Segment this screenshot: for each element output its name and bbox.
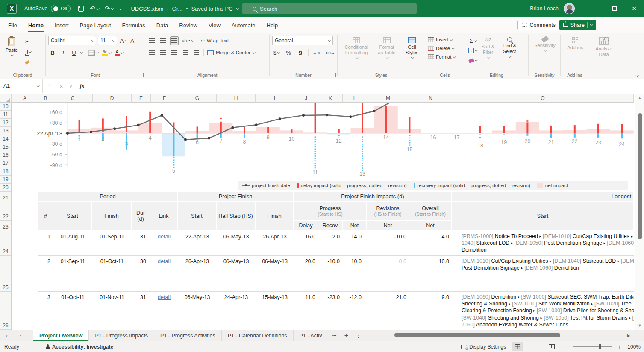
cell-net[interactable]: 10.0 <box>343 256 367 264</box>
column-header-D[interactable]: D <box>93 94 132 103</box>
align-middle-button[interactable] <box>159 36 168 45</box>
search-box[interactable]: Search <box>242 3 417 14</box>
undo-button[interactable]: ↶ <box>90 5 99 12</box>
impact-group-title[interactable]: Revisions(HS to Finish) <box>367 202 409 221</box>
impact-sub-header[interactable]: Delay <box>294 221 318 231</box>
cell-longest-path[interactable]: [DEM-1010] Cut/Cap Existing Utlities ▸ [… <box>452 256 634 272</box>
zoom-slider[interactable] <box>573 346 612 347</box>
comments-button[interactable]: Comments <box>517 20 560 30</box>
column-header-G[interactable]: G <box>178 94 217 103</box>
column-header-cell[interactable]: # <box>38 202 53 231</box>
cell-recov[interactable]: -23.0 <box>318 292 343 300</box>
display-settings-button[interactable]: Display Settings <box>461 344 506 350</box>
scroll-right-icon[interactable]: ▶ <box>627 333 630 338</box>
column-header-A[interactable]: A <box>12 94 38 103</box>
font-size-select[interactable]: 11 <box>98 36 117 45</box>
insert-cells-label[interactable]: Insert <box>436 37 448 42</box>
impact-sub-header[interactable]: Net <box>343 221 367 231</box>
save-button[interactable] <box>78 6 84 12</box>
impact-sub-header[interactable]: Net <box>367 221 409 231</box>
column-header-cell[interactable]: Finish <box>256 202 294 231</box>
menu-tab-page-layout[interactable]: Page Layout <box>74 17 117 33</box>
cell-duration[interactable]: 31 <box>132 231 150 240</box>
paste-button[interactable]: Paste <box>3 35 21 67</box>
cell-period-finish[interactable]: 01-Oct-11 <box>92 256 132 264</box>
row-header-11[interactable]: 11 <box>0 111 11 119</box>
zoom-slider-thumb[interactable] <box>599 344 601 349</box>
font-dialog-launcher[interactable] <box>140 73 144 77</box>
clear-button[interactable] <box>468 56 478 65</box>
row-header-20[interactable]: 20 <box>0 184 11 192</box>
cell-link[interactable]: detail <box>150 292 178 300</box>
cell-period-start[interactable]: 01-Aug-11 <box>53 231 92 240</box>
row-header-17[interactable]: 17 <box>0 159 11 167</box>
prev-sheet-button[interactable]: ‹ <box>0 330 14 341</box>
borders-button[interactable] <box>87 48 99 57</box>
cell-finish[interactable]: 15-May-13 <box>256 292 294 300</box>
scroll-up-icon[interactable]: ▲ <box>638 94 642 102</box>
zoom-level[interactable]: 100% <box>627 344 641 350</box>
cell-revisions-net[interactable]: 0.0 <box>367 256 409 264</box>
cell-net[interactable]: 14.0 <box>343 231 367 240</box>
insert-function-button[interactable]: fx <box>80 82 85 89</box>
clipboard-dialog-launcher[interactable] <box>40 73 44 77</box>
cell-net[interactable]: -12.0 <box>343 292 367 300</box>
cell-delay[interactable]: 16.0 <box>294 231 318 240</box>
menu-tab-help[interactable]: Help <box>261 17 284 33</box>
percent-button[interactable]: % <box>284 48 293 57</box>
row-header-12[interactable]: 12 <box>0 119 11 127</box>
sheet-tab-p1-progress-impacts[interactable]: P1 - Progress Impacts <box>89 330 154 341</box>
merge-center-button[interactable]: ↔Merge & Center <box>206 48 256 57</box>
collapse-ribbon-button[interactable] <box>636 74 639 77</box>
underline-button[interactable]: U <box>70 48 78 57</box>
menu-tab-view[interactable]: View <box>203 17 226 33</box>
column-header-C[interactable]: C <box>53 94 93 103</box>
decrease-decimal-button[interactable]: .00→ <box>324 48 335 57</box>
impact-sub-header[interactable]: Recov <box>318 221 343 231</box>
comma-style-button[interactable]: 9 <box>296 48 305 57</box>
page-break-view-button[interactable] <box>546 342 557 351</box>
column-header-E[interactable]: E <box>132 94 151 103</box>
column-header-cell[interactable]: Start <box>53 202 92 231</box>
page-layout-view-button[interactable] <box>529 342 540 351</box>
bold-button[interactable]: B <box>48 48 57 57</box>
row-header-26[interactable]: 26 <box>0 292 11 330</box>
row-header-23[interactable]: 23 <box>0 221 11 231</box>
accessibility-checker[interactable]: Accessibility: Investigate <box>46 344 113 350</box>
autosave-control[interactable]: AutoSave Off <box>24 5 71 12</box>
column-header-cell[interactable]: Link <box>150 202 178 231</box>
cell-duration[interactable]: 30 <box>132 256 150 264</box>
cell-finish[interactable]: 26-Apr-13 <box>256 231 294 240</box>
font-color-button[interactable]: A <box>114 48 124 57</box>
number-dialog-launcher[interactable] <box>332 73 336 77</box>
format-painter-button[interactable] <box>23 58 32 67</box>
row-header-10[interactable]: 10 <box>0 103 11 111</box>
group-header[interactable]: Project Finish Impacts (d) <box>294 192 452 202</box>
group-header[interactable]: Longest <box>452 192 634 202</box>
impact-group-title[interactable]: Progress(Start to HS) <box>294 202 367 221</box>
sheet-tab-p1-activ[interactable]: P1 - Activ <box>294 330 329 341</box>
scroll-down-icon[interactable]: ▼ <box>638 321 642 330</box>
fill-color-button[interactable] <box>101 48 112 57</box>
impact-sub-header[interactable]: Net <box>409 221 452 231</box>
find-select-button[interactable]: Find & Select <box>498 35 520 71</box>
cell-finish[interactable]: 06-May-13 <box>256 256 294 264</box>
column-header-N[interactable]: N <box>409 94 452 103</box>
menu-tab-formulas[interactable]: Formulas <box>117 17 151 33</box>
minimize-button[interactable]: — <box>585 0 605 17</box>
increase-font-button[interactable]: A^ <box>119 36 127 45</box>
column-header-B[interactable]: B <box>38 94 53 103</box>
row-header-24[interactable]: 24 <box>0 231 11 256</box>
autosum-button[interactable]: Σ <box>468 36 478 45</box>
alignment-dialog-launcher[interactable] <box>264 73 268 77</box>
tab-overflow-icon[interactable]: ••• <box>328 330 340 341</box>
increase-indent-button[interactable] <box>192 48 201 57</box>
vertical-scrollbar[interactable]: ▲ ▼ <box>635 94 644 330</box>
customize-qat-button[interactable] <box>119 7 121 10</box>
row-header-21[interactable]: 21 <box>0 192 11 202</box>
increase-decimal-button[interactable]: ←.0 <box>312 48 321 57</box>
column-header-I[interactable]: I <box>256 94 294 103</box>
cell-half-step[interactable]: 06-May-13 <box>217 256 256 264</box>
cell-period-start[interactable]: 01-Oct-11 <box>53 292 92 300</box>
delete-cells-label[interactable]: Delete <box>436 46 450 51</box>
